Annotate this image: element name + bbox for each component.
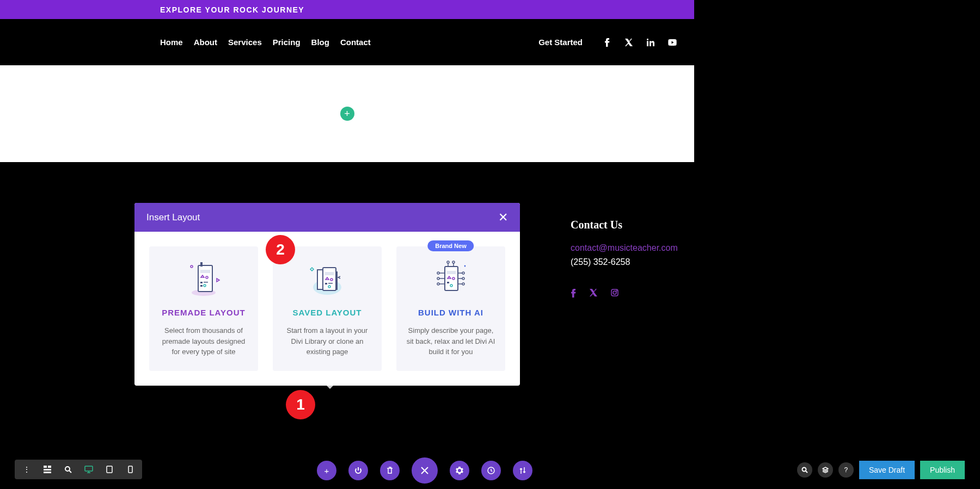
saved-layout-icon xyxy=(281,260,373,298)
svg-point-33 xyxy=(437,283,439,285)
svg-rect-51 xyxy=(128,466,132,473)
tablet-icon[interactable] xyxy=(102,462,117,477)
facebook-icon[interactable] xyxy=(602,37,612,48)
svg-point-2 xyxy=(616,290,617,291)
close-button[interactable] xyxy=(412,457,438,484)
svg-point-25 xyxy=(447,261,449,263)
save-draft-button[interactable]: Save Draft xyxy=(859,461,915,479)
top-banner: EXPLORE YOUR ROCK JOURNEY xyxy=(0,0,694,19)
svg-rect-5 xyxy=(200,262,203,267)
desktop-icon[interactable] xyxy=(81,462,96,477)
svg-point-55 xyxy=(802,468,806,472)
saved-layout-card[interactable]: SAVED LAYOUT Start from a layout in your… xyxy=(273,246,382,371)
nav-services[interactable]: Services xyxy=(228,38,262,47)
card-title: SAVED LAYOUT xyxy=(281,308,373,317)
svg-point-27 xyxy=(452,261,455,263)
instagram-icon[interactable] xyxy=(611,289,618,298)
modal-title: Insert Layout xyxy=(146,212,200,223)
modal-body: PREMADE LAYOUT Select from thousands of … xyxy=(134,232,520,386)
nav-contact[interactable]: Contact xyxy=(340,38,371,47)
card-title: BUILD WITH AI xyxy=(405,308,497,317)
content-area: + xyxy=(0,65,694,162)
svg-point-31 xyxy=(437,277,439,280)
svg-rect-23 xyxy=(447,282,449,283)
svg-line-46 xyxy=(69,471,71,473)
svg-rect-4 xyxy=(198,265,212,292)
svg-rect-21 xyxy=(447,271,456,274)
help-icon[interactable]: ? xyxy=(838,462,854,478)
svg-rect-14 xyxy=(323,268,336,290)
svg-rect-44 xyxy=(44,472,51,473)
power-icon[interactable] xyxy=(348,461,368,480)
svg-rect-18 xyxy=(328,283,333,284)
svg-point-45 xyxy=(65,467,70,471)
get-started-button[interactable]: Get Started xyxy=(538,38,583,47)
premade-layout-card[interactable]: PREMADE LAYOUT Select from thousands of … xyxy=(149,246,258,371)
facebook-icon[interactable] xyxy=(571,289,576,298)
svg-rect-17 xyxy=(325,283,327,284)
x-icon[interactable] xyxy=(590,289,597,298)
toolbar-right: ? Save Draft Publish xyxy=(797,461,965,479)
layers-icon[interactable] xyxy=(818,462,833,478)
contact-email[interactable]: contact@musicteacher.com xyxy=(571,243,678,253)
svg-rect-42 xyxy=(48,466,51,468)
wireframe-icon[interactable] xyxy=(40,462,55,477)
contact-title: Contact Us xyxy=(571,219,678,231)
nav-pricing[interactable]: Pricing xyxy=(273,38,301,47)
svg-rect-50 xyxy=(107,466,112,473)
history-icon[interactable] xyxy=(481,461,501,480)
nav-bar: Home About Services Pricing Blog Contact… xyxy=(0,19,694,65)
svg-rect-6 xyxy=(200,270,210,273)
linkedin-icon[interactable] xyxy=(645,37,656,48)
contact-section: Contact Us contact@musicteacher.com (255… xyxy=(571,219,678,298)
sort-icon[interactable] xyxy=(513,461,532,480)
svg-point-39 xyxy=(462,283,464,285)
svg-line-56 xyxy=(806,471,807,473)
x-icon[interactable] xyxy=(623,37,634,48)
menu-icon[interactable]: ⋮ xyxy=(19,462,34,477)
add-button[interactable]: + xyxy=(317,461,336,480)
brand-new-badge: Brand New xyxy=(427,240,474,251)
build-with-ai-card[interactable]: Brand New BUILD WITH AI Simply describe … xyxy=(396,246,505,371)
settings-icon[interactable] xyxy=(450,461,469,480)
contact-socials xyxy=(571,289,678,298)
card-desc: Simply describe your page, sit back, rel… xyxy=(405,325,497,357)
svg-rect-47 xyxy=(85,466,93,471)
svg-point-37 xyxy=(462,277,464,280)
nav-blog[interactable]: Blog xyxy=(311,38,329,47)
nav-right: Get Started xyxy=(538,37,694,48)
publish-button[interactable]: Publish xyxy=(920,461,965,479)
social-icons xyxy=(602,37,678,48)
zoom-icon[interactable] xyxy=(60,462,76,477)
card-desc: Select from thousands of premade layouts… xyxy=(157,325,250,357)
ai-layout-icon xyxy=(405,260,497,298)
nav-about[interactable]: About xyxy=(194,38,217,47)
nav-links: Home About Services Pricing Blog Contact xyxy=(160,38,371,47)
mobile-icon[interactable] xyxy=(122,462,138,477)
step-2-badge: 2 xyxy=(266,235,295,264)
toolbar-center: + xyxy=(317,457,532,484)
contact-phone: (255) 352-6258 xyxy=(571,257,678,267)
youtube-icon[interactable] xyxy=(667,37,678,48)
step-1-badge: 1 xyxy=(286,390,315,419)
svg-point-29 xyxy=(437,272,439,274)
toolbar-left: ⋮ xyxy=(15,460,142,479)
svg-rect-43 xyxy=(44,469,51,471)
svg-rect-15 xyxy=(325,272,334,275)
modal-header: Insert Layout ✕ xyxy=(134,203,520,232)
svg-rect-8 xyxy=(200,282,203,283)
svg-point-35 xyxy=(462,272,464,274)
card-title: PREMADE LAYOUT xyxy=(157,308,250,317)
banner-text: EXPLORE YOUR ROCK JOURNEY xyxy=(160,5,304,14)
nav-home[interactable]: Home xyxy=(160,38,183,47)
svg-point-12 xyxy=(191,265,193,268)
trash-icon[interactable] xyxy=(380,461,400,480)
search-icon[interactable] xyxy=(797,462,812,478)
card-desc: Start from a layout in your Divi Library… xyxy=(281,325,373,357)
modal-close-button[interactable]: ✕ xyxy=(498,211,508,225)
svg-point-1 xyxy=(613,291,616,294)
add-section-button[interactable]: + xyxy=(340,107,354,121)
premade-layout-icon xyxy=(157,260,250,298)
insert-layout-modal: Insert Layout ✕ PREMADE LAYOUT Select fr… xyxy=(134,203,520,386)
svg-rect-10 xyxy=(200,285,203,287)
